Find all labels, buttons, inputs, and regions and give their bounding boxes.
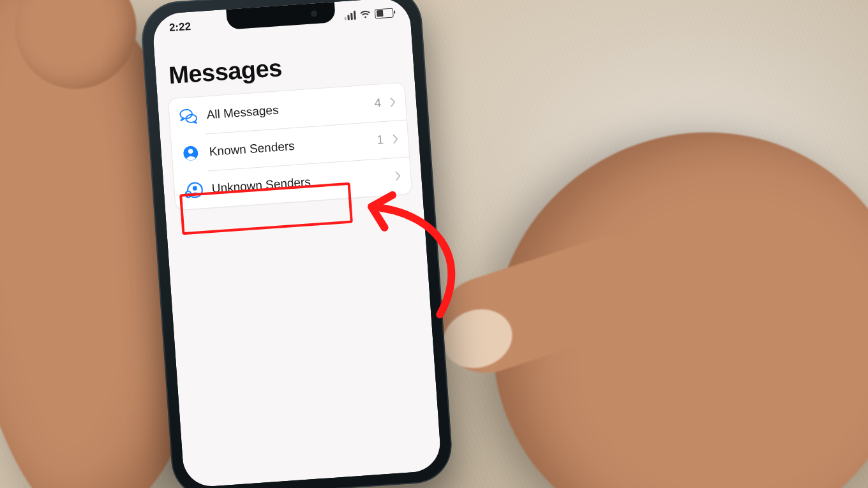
chevron-right-icon <box>389 97 396 108</box>
battery-icon <box>375 8 394 18</box>
status-time: 2:22 <box>168 20 191 34</box>
filter-count: 4 <box>374 96 382 110</box>
chevron-right-icon <box>393 133 400 144</box>
phone-screen: 2:22 Messages <box>152 0 442 488</box>
person-circle-icon <box>181 143 201 163</box>
cellular-icon <box>344 11 356 20</box>
page-title: Messages <box>168 46 401 89</box>
filter-label: All Messages <box>206 97 366 122</box>
hand-right <box>417 56 868 488</box>
wifi-icon <box>359 10 371 19</box>
chat-bubbles-icon <box>178 106 198 126</box>
filter-list: All Messages 4 <box>168 82 412 211</box>
svg-point-5 <box>193 186 197 190</box>
filter-label: Known Senders <box>209 134 368 159</box>
phone-frame: 2:22 Messages <box>139 0 454 488</box>
scene: 2:22 Messages <box>0 0 868 488</box>
person-question-icon <box>183 180 204 200</box>
chevron-right-icon <box>395 170 402 181</box>
filter-count: 1 <box>377 133 384 147</box>
filter-label: Unknown Senders <box>211 170 378 196</box>
